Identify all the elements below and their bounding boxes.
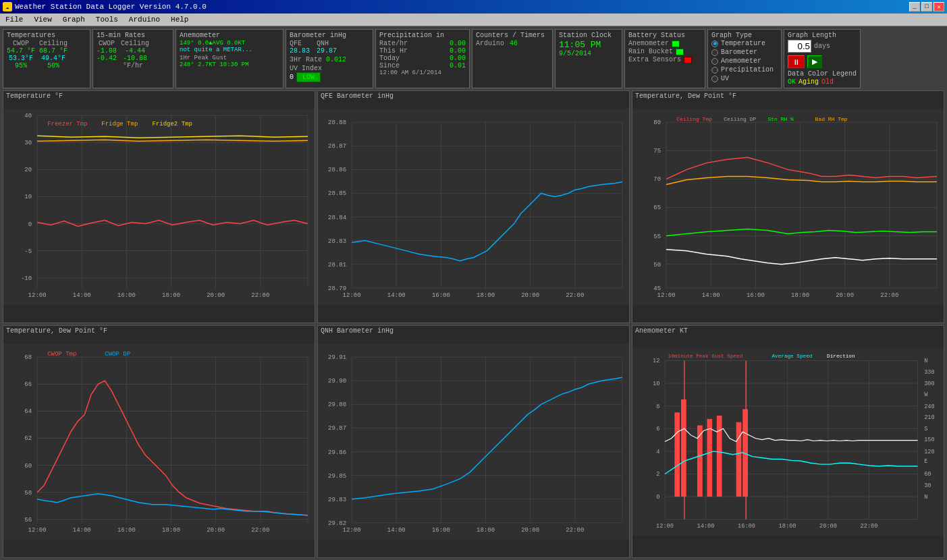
svg-text:28.84: 28.84	[328, 214, 346, 221]
qfe-val: 28.83	[290, 47, 310, 55]
svg-text:12: 12	[653, 358, 659, 364]
extra-sensors-battery-label: Extra Sensors	[628, 56, 681, 63]
svg-text:18:00: 18:00	[477, 526, 495, 534]
graph-length-panel: Graph Length days ⏸ ▶ Data Color Legend …	[784, 29, 861, 88]
rate-val: 0.012	[326, 56, 346, 63]
close-button[interactable]: ✕	[934, 2, 944, 11]
svg-text:58: 58	[24, 489, 32, 497]
graph-type-title: Graph Type	[711, 32, 778, 39]
maximize-button[interactable]: □	[921, 2, 932, 11]
svg-text:16:00: 16:00	[432, 526, 450, 534]
svg-text:12:00: 12:00	[28, 526, 47, 534]
temps-cwop-3: 95%	[15, 62, 27, 69]
graph-type-panel: Graph Type Temperature Barometer Anemome…	[707, 29, 782, 88]
svg-text:18:00: 18:00	[791, 291, 809, 299]
svg-text:60: 60	[924, 471, 931, 478]
anemometer-line2: not quite a METAR...	[180, 47, 279, 53]
svg-rect-200	[674, 412, 680, 497]
svg-text:28.87: 28.87	[328, 142, 346, 150]
graph-length-unit: days	[814, 43, 830, 50]
graph-length-input[interactable]	[788, 40, 811, 53]
radio-temperature[interactable]: Temperature	[711, 40, 778, 47]
battery-title: Battery Status	[628, 32, 701, 39]
rates-ceil-1: -4.44	[125, 47, 145, 55]
svg-text:CWOP DP: CWOP DP	[105, 350, 130, 358]
graph-length-title: Graph Length	[788, 32, 857, 39]
svg-text:Fridge2 Tmp: Fridge2 Tmp	[152, 120, 192, 128]
radio-anemometer[interactable]: Anemometer	[711, 57, 778, 65]
radio-precipitation-label: Precipitation	[721, 66, 774, 74]
clock-date: 9/5/2014	[559, 50, 618, 57]
chart-qnh-barometer: QNH Barometer inHg	[317, 325, 630, 558]
radio-precipitation-circle	[711, 67, 718, 74]
svg-text:150: 150	[924, 437, 935, 444]
svg-text:Ceiling Tmp: Ceiling Tmp	[676, 116, 712, 122]
rates-col2: Ceiling	[121, 40, 149, 47]
chart-tdp-upper-svg: 80 75 70 65 55 50 45 12:00 14:00 16:00 1…	[632, 91, 944, 323]
radio-precipitation[interactable]: Precipitation	[711, 66, 778, 74]
svg-text:10: 10	[24, 193, 32, 200]
uv-status: LOW	[296, 72, 321, 82]
radio-uv[interactable]: UV	[711, 75, 778, 82]
menu-tools[interactable]: Tools	[93, 15, 121, 24]
menu-view[interactable]: View	[31, 15, 54, 24]
svg-rect-0	[3, 109, 315, 305]
precip-thishr-label: This Hr	[379, 47, 408, 55]
svg-text:28.88: 28.88	[328, 119, 346, 126]
chart-cwop-temp-dewpoint: Temperature, Dew Point °F	[3, 325, 315, 558]
menu-arduino[interactable]: Arduino	[126, 15, 163, 24]
svg-text:Average Speed: Average Speed	[772, 354, 812, 359]
pause-button[interactable]: ⏸	[788, 55, 805, 68]
menu-graph[interactable]: Graph	[60, 15, 88, 24]
svg-rect-31	[318, 109, 629, 305]
radio-uv-label: UV	[721, 75, 729, 82]
rates-cwop-2: -0.42	[97, 55, 117, 62]
svg-text:64: 64	[24, 408, 32, 415]
radio-barometer[interactable]: Barometer	[711, 49, 778, 56]
svg-rect-203	[707, 419, 712, 497]
extra-sensors-led	[684, 57, 692, 63]
title-bar: ☁ Weather Station Data Logger Version 4.…	[0, 0, 947, 13]
anemometer-title: Anemometer	[180, 32, 279, 39]
chart-anem-title: Anemometer KT	[632, 326, 691, 336]
svg-text:68: 68	[24, 354, 32, 361]
radio-barometer-label: Barometer	[721, 49, 757, 56]
svg-text:4: 4	[656, 449, 659, 455]
chart-temp-dewpoint-upper: Temperature, Dew Point °F	[632, 90, 944, 323]
rates-unit: °F/hr	[97, 62, 169, 69]
graph-type-options: Temperature Barometer Anemometer Precipi…	[711, 40, 778, 82]
svg-text:120: 120	[924, 449, 935, 455]
svg-text:-10: -10	[21, 275, 32, 282]
anemometer-led	[672, 40, 680, 47]
chart-tdp-upper-title: Temperature, Dew Point °F	[632, 91, 739, 101]
svg-text:20: 20	[24, 166, 32, 173]
svg-text:10minute Peak Gust Speed: 10minute Peak Gust Speed	[668, 354, 742, 359]
svg-text:20:00: 20:00	[819, 523, 837, 530]
svg-text:CWOP Tmp: CWOP Tmp	[47, 350, 76, 358]
app-icon: ☁	[3, 2, 12, 11]
minimize-button[interactable]: _	[909, 2, 920, 11]
svg-rect-201	[681, 399, 686, 497]
temps-col2-header: Ceiling	[39, 40, 67, 47]
svg-text:210: 210	[924, 414, 935, 421]
svg-text:N: N	[924, 358, 927, 364]
menu-help[interactable]: Help	[168, 15, 191, 24]
svg-text:20:00: 20:00	[836, 291, 854, 299]
chart-qfe-svg: 28.88 28.87 28.86 28.85 28.84 28.83 28.8…	[318, 91, 629, 323]
svg-text:12:00: 12:00	[657, 291, 676, 299]
svg-text:14:00: 14:00	[73, 526, 91, 534]
anemometer-panel: Anemometer 149° 0.0▲AVG 0.0KT not quite …	[175, 29, 283, 88]
charts-area: Temperature °F	[3, 90, 944, 558]
svg-text:Fridge Tmp: Fridge Tmp	[101, 120, 138, 128]
menu-file[interactable]: File	[3, 15, 26, 24]
svg-text:66: 66	[24, 381, 32, 388]
chart-anem-svg: 12 10 8 6 4 2 0 N 330 300 W 240 210 S 15…	[632, 326, 944, 557]
legend-ok: OK	[788, 78, 796, 86]
play-button[interactable]: ▶	[807, 55, 822, 68]
svg-text:20:00: 20:00	[521, 291, 539, 299]
svg-text:28.81: 28.81	[328, 261, 346, 269]
anemometer-peak-val: 248° 2.7KT 10:30 PM	[180, 61, 279, 68]
svg-text:30: 30	[24, 139, 32, 146]
chart-qnh-title: QNH Barometer inHg	[318, 326, 396, 336]
svg-text:16:00: 16:00	[117, 526, 136, 534]
